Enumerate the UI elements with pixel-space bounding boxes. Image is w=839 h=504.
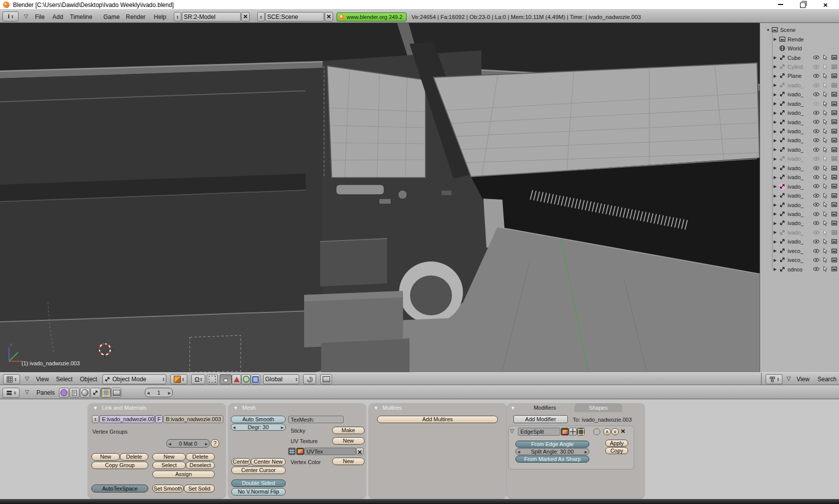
restrict-toggles[interactable] xyxy=(813,54,838,60)
proportional-edit-button[interactable] xyxy=(303,374,316,384)
shading-context-button[interactable] xyxy=(80,388,90,398)
outliner-item-label[interactable]: ivado_ xyxy=(788,156,804,162)
restrict-toggles[interactable] xyxy=(813,220,838,226)
restrict-toggles[interactable] xyxy=(813,239,838,245)
outliner-row[interactable]: ▼ Scene xyxy=(760,25,839,34)
close-button[interactable] xyxy=(818,1,833,9)
modifier-name-field[interactable]: EdgeSplit xyxy=(518,428,560,436)
modifier-onframe-circle-icon[interactable] xyxy=(593,428,600,435)
outliner-item-label[interactable]: ivado_ xyxy=(788,220,804,226)
scene-close-button[interactable] xyxy=(325,12,333,21)
restrict-toggles[interactable] xyxy=(813,230,838,236)
outliner-row[interactable]: ▶ ivado_ xyxy=(760,99,839,108)
scene-datablock-field[interactable]: SCE:Scene xyxy=(265,12,324,21)
restrict-toggles[interactable] xyxy=(813,119,838,125)
outliner-row[interactable]: ▶ ivado_ xyxy=(760,145,839,154)
scene-context-button[interactable] xyxy=(111,388,121,398)
no-vnormal-flip-toggle[interactable]: No V.Normal Flip xyxy=(231,488,286,496)
viewport-collapse-menu-icon[interactable] xyxy=(25,375,29,382)
degr-slider[interactable]: Degr: 30 xyxy=(231,424,286,431)
double-sided-toggle[interactable]: Double Sided xyxy=(231,480,286,487)
outliner-item-label[interactable]: ivado_ xyxy=(788,119,804,125)
auto-smooth-toggle[interactable]: Auto Smooth xyxy=(231,416,286,423)
expand-icon[interactable]: ▶ xyxy=(774,230,779,235)
expand-icon[interactable]: ▶ xyxy=(774,64,779,69)
modifier-move-up-button[interactable]: ∧ xyxy=(603,428,611,435)
vgroup-delete-button[interactable]: Delete xyxy=(120,453,148,461)
outliner-item-label[interactable]: ivado_ xyxy=(788,174,804,180)
logic-context-button[interactable] xyxy=(59,388,69,398)
center-button[interactable]: Center xyxy=(231,458,251,466)
outliner-item-label[interactable]: ivado_ xyxy=(788,202,804,208)
editor-type-button[interactable]: i xyxy=(2,11,18,21)
outliner-item-label[interactable]: ivado_ xyxy=(788,239,804,245)
outliner-menu-search[interactable]: Search xyxy=(818,376,837,383)
outliner-item-label[interactable]: ivado_ xyxy=(788,147,804,153)
outliner-row[interactable]: ▶ ivado_ xyxy=(760,127,839,136)
viewport-menu-view[interactable]: View xyxy=(36,376,49,383)
outliner-row[interactable]: ▶ ivado_ xyxy=(760,228,839,237)
blender-org-button[interactable]: www.blender.org 249.2 xyxy=(337,12,407,21)
editing-context-button[interactable] xyxy=(101,388,111,398)
render-preview-button[interactable] xyxy=(320,374,332,384)
outliner-item-label[interactable]: Scene xyxy=(780,27,796,33)
split-angle-slider[interactable]: Split Angle: 30.00 xyxy=(515,448,589,455)
expand-icon[interactable]: ▶ xyxy=(774,194,779,198)
restrict-toggles[interactable] xyxy=(813,257,838,263)
panel-collapse-icon[interactable] xyxy=(93,405,98,411)
panel-title[interactable]: Multires xyxy=(383,405,402,411)
modifier-move-down-button[interactable]: ∨ xyxy=(611,428,619,435)
expand-icon[interactable]: ▶ xyxy=(774,175,779,180)
outliner-row[interactable]: ▶ ivado_ xyxy=(760,237,839,246)
expand-icon[interactable]: ▼ xyxy=(766,28,772,32)
outliner-row[interactable]: ▶ Cylind xyxy=(760,62,839,71)
material-new-button[interactable]: New xyxy=(152,453,186,461)
manipulator-toggle-button[interactable] xyxy=(220,374,232,384)
restrict-toggles[interactable] xyxy=(813,128,838,134)
set-solid-button[interactable]: Set Solid xyxy=(184,485,215,493)
manipulator-center-button[interactable] xyxy=(207,374,218,384)
restrict-toggles[interactable] xyxy=(813,91,838,97)
restrict-toggles[interactable] xyxy=(813,165,838,171)
panels-label[interactable]: Panels xyxy=(36,389,55,396)
scale-manipulator-button[interactable] xyxy=(251,374,260,384)
expand-icon[interactable]: ▶ xyxy=(774,83,779,87)
apply-button[interactable]: Apply xyxy=(605,440,628,447)
restrict-toggles[interactable] xyxy=(813,101,838,107)
copy-button[interactable]: Copy xyxy=(605,447,628,454)
outliner-row[interactable]: ▶ odnos xyxy=(760,264,839,273)
restrict-toggles[interactable] xyxy=(813,248,838,254)
outliner-item-label[interactable]: iveco_ xyxy=(788,248,804,254)
screen-datablock-stepper[interactable] xyxy=(174,12,181,21)
expand-icon[interactable]: ▶ xyxy=(774,92,779,97)
restrict-toggles[interactable] xyxy=(813,183,838,189)
outliner-row[interactable]: ▶ ivado_ xyxy=(760,90,839,99)
expand-icon[interactable]: ▶ xyxy=(774,147,779,152)
restrict-toggles[interactable] xyxy=(813,110,838,116)
uvtex-image-button[interactable] xyxy=(296,448,304,455)
center-cursor-button[interactable]: Center Cursor xyxy=(231,467,286,474)
panel-collapse-icon[interactable] xyxy=(233,405,238,411)
expand-icon[interactable]: ▶ xyxy=(774,101,779,106)
viewport-menu-select[interactable]: Select xyxy=(56,376,72,383)
vertex-color-new-button[interactable]: New xyxy=(332,458,365,465)
mode-dropdown[interactable]: Object Mode xyxy=(102,374,166,384)
viewport-editor-type-button[interactable] xyxy=(3,374,20,384)
mesh-datablock-field[interactable]: E:ivado_nadwozie.004 xyxy=(99,415,155,423)
outliner-row[interactable]: ▶ ivado_ xyxy=(760,191,839,200)
texmesh-field[interactable]: TexMesh: xyxy=(288,416,344,423)
expand-icon[interactable]: ▶ xyxy=(774,138,779,143)
panel-title[interactable]: Link and Materials xyxy=(102,405,146,411)
scene-datablock-stepper[interactable] xyxy=(257,12,265,21)
restrict-toggles[interactable] xyxy=(813,266,838,272)
panel-collapse-icon[interactable] xyxy=(374,405,379,411)
expand-icon[interactable]: ▶ xyxy=(774,249,779,253)
outliner-item-label[interactable]: ivado_ xyxy=(788,211,804,217)
expand-icon[interactable]: ▶ xyxy=(774,157,779,161)
expand-icon[interactable]: ▶ xyxy=(774,184,779,189)
select-button[interactable]: Select xyxy=(152,462,186,469)
material-delete-button[interactable]: Delete xyxy=(186,453,215,461)
orientation-dropdown[interactable]: Global xyxy=(263,374,299,384)
expand-icon[interactable]: ▶ xyxy=(774,240,779,244)
material-slider[interactable]: 0 Mat 0 xyxy=(166,439,210,448)
